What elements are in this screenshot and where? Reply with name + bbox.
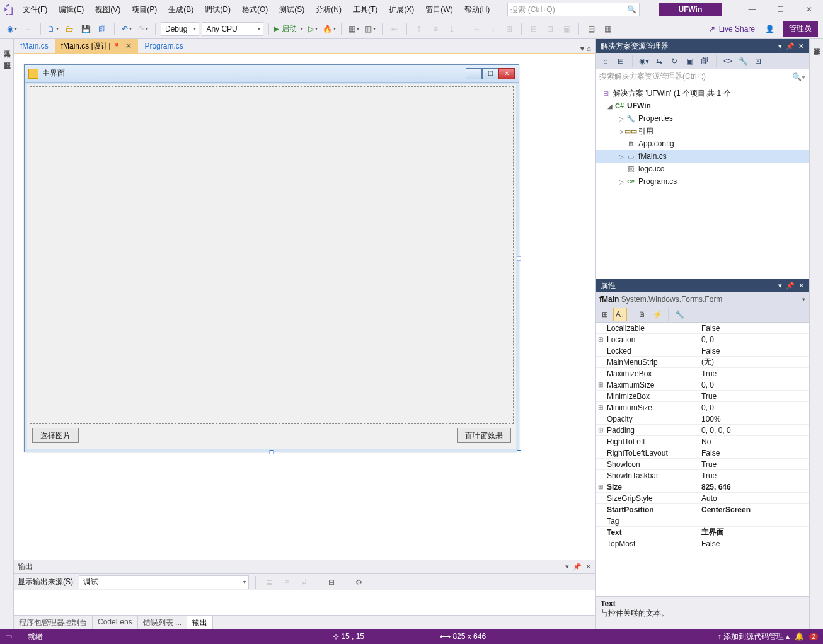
menu-item[interactable]: 生成(B) xyxy=(163,2,199,18)
sol-showall-icon[interactable]: ▣ xyxy=(683,55,696,67)
open-button[interactable]: 🗁 xyxy=(62,22,76,36)
menu-item[interactable]: 编辑(E) xyxy=(54,2,89,18)
events-button[interactable]: ⚡ xyxy=(650,308,664,321)
property-row[interactable]: Opacity100% xyxy=(596,413,809,425)
notifications-icon[interactable]: 🔔 xyxy=(795,632,804,641)
document-tab[interactable]: fMain.cs [设计]📍✕ xyxy=(55,39,139,53)
select-image-button[interactable]: 选择图片 xyxy=(32,428,79,443)
menu-item[interactable]: 格式(O) xyxy=(237,2,273,18)
status-tasks-icon[interactable]: ▭ xyxy=(5,632,15,641)
property-row[interactable]: MainMenuStrip(无) xyxy=(596,357,809,368)
output-toggle-button[interactable]: ≡ xyxy=(280,575,294,589)
document-tab[interactable]: fMain.cs xyxy=(14,39,55,53)
sol-nav-back-icon[interactable]: ◉▾ xyxy=(638,55,650,67)
vspace-button[interactable]: ↕ xyxy=(486,22,500,36)
categorized-button[interactable]: ⊞ xyxy=(598,308,612,321)
hot-reload-button[interactable]: 🔥 xyxy=(322,22,336,36)
property-row[interactable]: ⊞Size825, 646 xyxy=(596,481,809,493)
menu-item[interactable]: 扩展(X) xyxy=(384,2,419,18)
property-row[interactable]: ⊞Padding0, 0, 0, 0 xyxy=(596,425,809,436)
start-without-debug-button[interactable]: ▷ xyxy=(306,22,319,36)
property-row[interactable]: ShowInTaskbarTrue xyxy=(596,470,809,481)
sol-sync-icon[interactable]: ⇆ xyxy=(653,55,665,67)
output-settings-button[interactable]: ⚙ xyxy=(352,575,365,589)
menu-item[interactable]: 视图(V) xyxy=(90,2,125,18)
property-row[interactable]: ⊞MinimumSize0, 0 xyxy=(596,402,809,413)
align-left-button[interactable]: ⇤ xyxy=(388,22,401,36)
sol-copy-icon[interactable]: 🗐 xyxy=(698,55,711,67)
platform-combo[interactable]: Any CPU xyxy=(202,22,263,36)
property-row[interactable]: StartPositionCenterScreen xyxy=(596,504,809,515)
tree-properties-node[interactable]: ▷ 🔧 Properties xyxy=(596,112,809,125)
solution-tree[interactable]: ⊞ 解决方案 'UFWin' (1 个项目,共 1 个 ◢ C# UFWin ▷… xyxy=(596,84,809,279)
bottom-tab[interactable]: 输出 xyxy=(187,616,213,629)
properties-grid[interactable]: LocalizableFalse⊞Location0, 0LockedFalse… xyxy=(596,323,809,596)
property-row[interactable]: SizeGripStyleAuto xyxy=(596,493,809,504)
sol-home-icon[interactable]: ⌂ xyxy=(599,55,612,67)
sol-view-code-icon[interactable]: <> xyxy=(722,55,734,67)
bring-front-button[interactable]: ▣ xyxy=(560,22,573,36)
resize-handle-right[interactable] xyxy=(517,256,521,261)
window-close-button[interactable]: ✕ xyxy=(795,1,823,18)
redo-button[interactable]: ↷ xyxy=(136,22,150,36)
blinds-effect-button[interactable]: 百叶窗效果 xyxy=(457,428,511,443)
sol-preview-icon[interactable]: ⊡ xyxy=(752,55,764,67)
property-row[interactable]: LocalizableFalse xyxy=(596,323,809,334)
sol-collapse-icon[interactable]: ⊟ xyxy=(614,55,627,67)
property-row[interactable]: MinimizeBoxTrue xyxy=(596,391,809,402)
align-middle-button[interactable]: ≡ xyxy=(429,22,442,36)
tab-order-button[interactable]: ▤ xyxy=(584,22,598,36)
property-row[interactable]: RightToLeftLayoutFalse xyxy=(596,447,809,459)
property-row[interactable]: LockedFalse xyxy=(596,345,809,357)
menu-item[interactable]: 工具(T) xyxy=(348,2,383,18)
nav-forward-button[interactable]: → xyxy=(21,22,35,36)
output-wrap-button[interactable]: ↲ xyxy=(297,575,311,589)
bottom-tab[interactable]: 程序包管理器控制台 xyxy=(14,616,93,629)
form-window[interactable]: 主界面 — ☐ ✕ 选择图片 百叶窗效果 xyxy=(24,64,519,452)
sol-refresh-icon[interactable]: ↻ xyxy=(668,55,681,67)
expand-icon[interactable]: ▷ xyxy=(617,178,626,185)
start-debug-button[interactable]: ▶启动▾ xyxy=(274,23,303,34)
designer-surface[interactable]: 主界面 — ☐ ✕ 选择图片 百叶窗效果 xyxy=(14,54,595,560)
property-row[interactable]: TopMostFalse xyxy=(596,538,809,549)
tab-home-icon[interactable]: ⌂ xyxy=(587,44,591,53)
toolbox-tab[interactable]: 工具箱 xyxy=(1,43,12,48)
layout-grid-button[interactable]: ▦ xyxy=(347,22,360,36)
properties-button[interactable]: 🗎 xyxy=(635,308,649,321)
pane-dropdown-icon[interactable]: ▾ xyxy=(778,42,782,50)
bottom-tab[interactable]: 错误列表 ... xyxy=(138,616,187,629)
tree-project-node[interactable]: ◢ C# UFWin xyxy=(596,100,809,112)
property-row[interactable]: MaximizeBoxTrue xyxy=(596,368,809,379)
tab-overflow-icon[interactable]: ▾ xyxy=(580,44,584,53)
property-row[interactable]: ⊞Location0, 0 xyxy=(596,334,809,345)
tree-appconfig-node[interactable]: 🗎 App.config xyxy=(596,137,809,150)
property-row[interactable]: Text主界面 xyxy=(596,527,809,538)
layout-lock-button[interactable]: ▦ xyxy=(601,22,614,36)
diagnostics-tab[interactable]: 诊断工具 xyxy=(812,43,822,625)
window-minimize-button[interactable]: — xyxy=(738,1,766,18)
resize-handle-bottom[interactable] xyxy=(270,450,274,454)
status-scm[interactable]: ↑ 添加到源代码管理 ▴ xyxy=(718,631,790,642)
save-all-button[interactable]: 🗐 xyxy=(95,22,109,36)
alphabetical-button[interactable]: A↓ xyxy=(613,308,627,321)
pane-close-icon[interactable]: ✕ xyxy=(798,42,804,50)
panel-pin-icon[interactable]: 📌 xyxy=(573,563,582,571)
close-icon[interactable]: ✕ xyxy=(125,42,132,50)
config-combo[interactable]: Debug xyxy=(161,22,199,36)
output-source-combo[interactable]: 调试 xyxy=(79,575,249,589)
tree-fmain-node[interactable]: ▷ ▭ fMain.cs xyxy=(596,150,809,163)
property-pages-button[interactable]: 🔧 xyxy=(672,308,686,321)
picturebox-placeholder[interactable] xyxy=(30,86,514,424)
property-row[interactable]: ShowIconTrue xyxy=(596,459,809,470)
menu-item[interactable]: 文件(F) xyxy=(18,2,52,18)
menu-item[interactable]: 测试(S) xyxy=(274,2,309,18)
panel-dropdown-icon[interactable]: ▾ xyxy=(565,563,569,571)
panel-close-icon[interactable]: ✕ xyxy=(585,563,591,571)
pane-pin-icon[interactable]: 📌 xyxy=(786,42,795,50)
property-row[interactable]: RightToLeftNo xyxy=(596,436,809,447)
nav-back-button[interactable]: ◉ xyxy=(5,22,19,36)
property-row[interactable]: ⊞MaximumSize0, 0 xyxy=(596,379,809,391)
output-list-button[interactable]: ⊟ xyxy=(325,575,338,589)
tree-solution-node[interactable]: ⊞ 解决方案 'UFWin' (1 个项目,共 1 个 xyxy=(596,87,809,100)
pane-close-icon[interactable]: ✕ xyxy=(798,282,804,290)
